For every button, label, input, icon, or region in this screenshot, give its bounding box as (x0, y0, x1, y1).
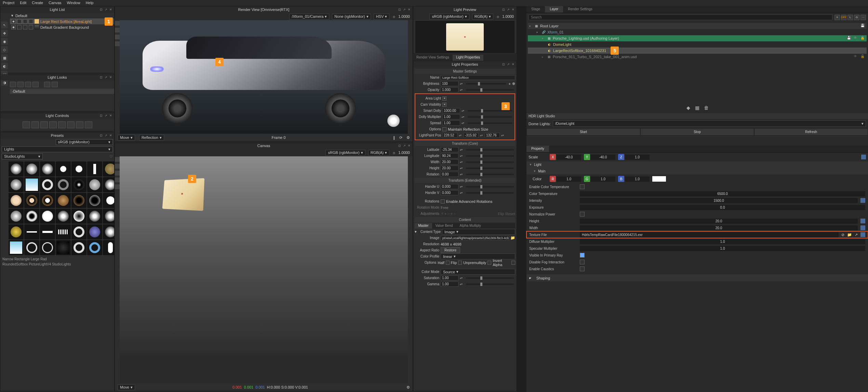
lp-monitor-select[interactable]: sRGB (rgbMonitor)▾ (429, 14, 469, 19)
tool-b-icon[interactable]: ▦ (694, 104, 701, 111)
pin-icon[interactable]: ⊡ (100, 8, 103, 11)
image-path-field[interactable]: pData/Local/lightmap/presets/12fa1309-f9… (441, 236, 509, 240)
stop-button[interactable]: Stop (640, 128, 754, 135)
diffuse-mult-field[interactable]: 1.0 (580, 239, 865, 244)
rotation-field[interactable]: 0.00 (441, 172, 458, 177)
cv-tool-icon[interactable] (115, 171, 120, 175)
preset-item[interactable] (71, 209, 86, 224)
delete-icon[interactable]: 🗑 (703, 104, 710, 111)
preset-item[interactable] (24, 177, 39, 192)
color-mode-select[interactable]: Source▾ (441, 269, 515, 275)
loop-icon[interactable]: ⟳ (399, 135, 402, 140)
more-icon[interactable]: ⋯ (860, 15, 866, 20)
preset-item[interactable] (9, 224, 24, 239)
shaping-section[interactable]: ▸ Shaping (526, 274, 868, 282)
preset-item[interactable] (71, 161, 86, 177)
close-icon[interactable]: ✕ (109, 8, 113, 11)
preset-item[interactable] (24, 224, 39, 239)
lc-btn[interactable] (31, 121, 39, 128)
refresh-button[interactable]: Refresh (754, 128, 868, 135)
latitude-field[interactable]: -25.34 (441, 147, 458, 152)
preset-item[interactable] (87, 240, 102, 255)
preset-item[interactable] (40, 224, 55, 239)
move-mode[interactable]: Move▾ (118, 135, 135, 141)
light-section[interactable]: Light (526, 161, 868, 168)
add-icon[interactable]: + (509, 82, 511, 86)
width-field[interactable]: 20.00 (441, 159, 458, 165)
handle-u-field[interactable]: 0.000 (441, 184, 458, 189)
visible-primary-check[interactable] (580, 253, 585, 258)
link-icon[interactable] (861, 155, 866, 159)
width2-field[interactable]: 20.0 (580, 225, 858, 231)
preset-item[interactable] (87, 193, 102, 208)
texture-file-field[interactable]: HdrlsTempRawCardFile1800064215.exr (580, 232, 839, 237)
light-list-item[interactable]: ◉ Default Gradient Background (10, 24, 114, 30)
target-icon[interactable]: ⊕ (512, 81, 515, 86)
tab-property[interactable]: Property (526, 146, 549, 152)
cv-tool-icon[interactable] (115, 157, 120, 162)
tree-item-selected[interactable]: ◐ LargeRectSoftbox_1016840231 5 (528, 48, 867, 54)
preset-item[interactable] (9, 240, 24, 255)
preset-item[interactable] (103, 177, 115, 192)
global-icon[interactable]: G (854, 15, 859, 20)
open-icon[interactable]: ↗ (855, 233, 858, 237)
preset-item[interactable] (40, 209, 55, 224)
exposure-icon[interactable]: ☼ (496, 14, 499, 18)
preset-item[interactable] (103, 224, 115, 239)
rv-tool-icon[interactable] (115, 35, 120, 39)
search-input[interactable] (529, 14, 832, 20)
tab-layer[interactable]: Layer (545, 6, 563, 13)
preset-item[interactable] (103, 161, 115, 177)
cam-vis-check[interactable] (442, 103, 446, 107)
enable-caustics-check[interactable] (580, 266, 585, 271)
look-btn[interactable] (25, 82, 31, 87)
look-btn[interactable] (52, 82, 58, 87)
clear-icon[interactable]: ⊘ (841, 233, 844, 237)
exposure-icon[interactable]: ☼ (392, 14, 396, 18)
browse-icon[interactable]: 📁 (847, 233, 852, 237)
preset-item[interactable] (56, 177, 71, 192)
local-icon[interactable]: L (847, 15, 853, 20)
lc-btn[interactable] (67, 121, 75, 128)
lc-btn[interactable] (85, 121, 92, 128)
play-icon[interactable]: ‖ (393, 135, 395, 140)
rv-tool-icon[interactable] (115, 28, 120, 32)
save-icon[interactable]: 💾 (860, 24, 865, 28)
lock-icon[interactable]: 🔓 (860, 36, 865, 41)
tab-light-properties[interactable]: Light Properties (453, 55, 483, 61)
dolly-mult-field[interactable]: 1.00 (442, 114, 460, 119)
smart-dolly-field[interactable]: 1000.00 (442, 108, 460, 113)
preset-item[interactable] (103, 209, 115, 224)
solo-toggle[interactable] (17, 19, 22, 24)
reflection-mode[interactable]: Reflection▾ (139, 135, 164, 141)
rv-tool-icon[interactable] (115, 21, 120, 26)
fav-icon[interactable]: ♡ (109, 154, 113, 159)
settings-icon[interactable]: ⚙ (406, 135, 410, 140)
enable-ct-check[interactable] (580, 184, 585, 189)
content-type-select[interactable]: Image▾ (442, 229, 515, 235)
render-toggle[interactable] (29, 25, 33, 29)
tab-valuebend[interactable]: Value Bend (432, 223, 456, 228)
preset-item[interactable] (56, 193, 71, 208)
lc-btn[interactable] (23, 121, 30, 128)
preset-item[interactable] (9, 209, 24, 224)
solo-toggle[interactable] (17, 25, 22, 29)
preset-item[interactable] (40, 193, 55, 208)
tab-alphamult[interactable]: Alpha Multiply (456, 223, 484, 228)
color-b-field[interactable]: 1.0 (625, 177, 650, 182)
look-btn[interactable] (17, 82, 24, 87)
preset-item[interactable] (9, 177, 24, 192)
cv-channel-select[interactable]: RGB(A)▾ (368, 150, 390, 156)
name-field[interactable]: Large Rect Softbox (441, 75, 515, 80)
lock-toggle[interactable] (23, 19, 27, 24)
height2-field[interactable]: 20.0 (580, 219, 858, 224)
monitor-select[interactable]: None (rgbMonitor)▾ (332, 14, 371, 19)
preset-item[interactable] (40, 177, 55, 192)
tool-rotate-icon[interactable]: ◉ (1, 38, 8, 45)
cv-tool-icon[interactable] (115, 184, 120, 189)
preset-item[interactable] (24, 193, 39, 208)
lp-channel-select[interactable]: RGB(A)▾ (472, 14, 494, 19)
color-temp-field[interactable]: 6500.0 (580, 191, 865, 196)
look-btn[interactable] (32, 82, 39, 87)
canvas-light-card[interactable] (162, 178, 204, 211)
